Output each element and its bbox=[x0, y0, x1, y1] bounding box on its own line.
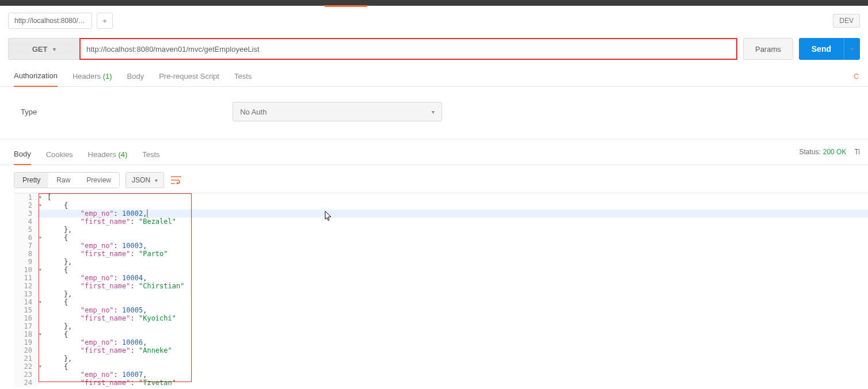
line-number: 4 bbox=[14, 218, 37, 226]
fold-toggle-icon[interactable]: ▾ bbox=[37, 201, 44, 209]
code-content: "emp_no": 10003, bbox=[44, 242, 868, 250]
line-number: 5 bbox=[14, 226, 37, 234]
code-content: "emp_no": 10005, bbox=[44, 306, 868, 314]
url-input[interactable] bbox=[79, 38, 737, 60]
tab-response-headers-label: Headers bbox=[88, 150, 116, 159]
code-content: { bbox=[44, 298, 868, 306]
code-content: "first_name": "Bezalel" bbox=[44, 218, 868, 226]
line-number: 17 bbox=[14, 322, 37, 330]
line-number: 2 bbox=[14, 201, 37, 209]
code-content: [ bbox=[44, 193, 868, 201]
fold-toggle-icon[interactable]: ▾ bbox=[37, 234, 44, 242]
auth-type-select[interactable]: No Auth ▾ bbox=[233, 102, 442, 121]
tab-response-tests[interactable]: Tests bbox=[142, 146, 159, 165]
response-code-area[interactable]: 1▾[2▾ {3 "emp_no": 10002,▏4 "first_name"… bbox=[14, 193, 868, 387]
tab-response-headers[interactable]: Headers (4) bbox=[88, 146, 128, 165]
fold-toggle-icon bbox=[37, 282, 44, 290]
tab-prerequest[interactable]: Pre-request Script bbox=[159, 67, 219, 86]
line-number: 21 bbox=[14, 354, 37, 363]
tab-response-cookies[interactable]: Cookies bbox=[46, 146, 73, 165]
code-line[interactable]: 21 }, bbox=[14, 354, 868, 363]
code-line[interactable]: 5 }, bbox=[14, 226, 868, 234]
send-button[interactable]: Send bbox=[799, 38, 844, 60]
time-label-clip: Ti bbox=[854, 148, 860, 156]
code-line[interactable]: 17 }, bbox=[14, 322, 868, 330]
line-number: 18 bbox=[14, 330, 37, 338]
line-number: 20 bbox=[14, 346, 37, 354]
status-label: Status: bbox=[799, 148, 820, 156]
tab-headers[interactable]: Headers (1) bbox=[73, 67, 112, 86]
fold-toggle-icon[interactable]: ▾ bbox=[37, 298, 44, 306]
code-line[interactable]: 8 "first_name": "Parto" bbox=[14, 250, 868, 258]
code-line[interactable]: 24 "first_name": "Tzvetan" bbox=[14, 379, 868, 387]
code-content: "emp_no": 10004, bbox=[44, 274, 868, 282]
code-content: "emp_no": 10002,▏ bbox=[44, 209, 868, 218]
code-content: "first_name": "Parto" bbox=[44, 250, 868, 258]
code-line[interactable]: 15 "emp_no": 10005, bbox=[14, 306, 868, 314]
fold-toggle-icon bbox=[37, 258, 44, 266]
fold-toggle-icon bbox=[37, 306, 44, 314]
code-content: { bbox=[44, 201, 868, 209]
http-method-select[interactable]: GET ▾ bbox=[9, 39, 80, 59]
open-request-tab[interactable]: http://localhost:8080/ma bbox=[8, 13, 92, 29]
view-preview[interactable]: Preview bbox=[78, 173, 119, 188]
code-line[interactable]: 12 "first_name": "Chirstian" bbox=[14, 282, 868, 290]
body-view-row: Pretty Raw Preview JSON ▾ bbox=[0, 165, 868, 193]
code-line[interactable]: 19 "emp_no": 10006, bbox=[14, 338, 868, 346]
send-group: Send ▾ bbox=[799, 38, 860, 60]
tab-authorization[interactable]: Authorization bbox=[14, 67, 58, 87]
params-button[interactable]: Params bbox=[743, 38, 793, 60]
view-raw[interactable]: Raw bbox=[48, 173, 78, 188]
code-line[interactable]: 13 }, bbox=[14, 290, 868, 298]
code-line[interactable]: 1▾[ bbox=[14, 193, 868, 201]
fold-toggle-icon bbox=[37, 290, 44, 298]
code-line[interactable]: 7 "emp_no": 10003, bbox=[14, 242, 868, 250]
code-line[interactable]: 14▾ { bbox=[14, 298, 868, 306]
code-line[interactable]: 16 "first_name": "Kyoichi" bbox=[14, 314, 868, 322]
add-request-tab[interactable]: + bbox=[97, 13, 113, 29]
line-number: 9 bbox=[14, 258, 37, 266]
fold-toggle-icon bbox=[37, 218, 44, 226]
fold-toggle-icon[interactable]: ▾ bbox=[37, 193, 44, 201]
line-number: 8 bbox=[14, 250, 37, 258]
view-pretty[interactable]: Pretty bbox=[14, 173, 48, 188]
fold-toggle-icon bbox=[37, 346, 44, 354]
code-line[interactable]: 2▾ { bbox=[14, 201, 868, 209]
code-line[interactable]: 22▾ { bbox=[14, 363, 868, 371]
code-line[interactable]: 10▾ { bbox=[14, 266, 868, 274]
view-mode-segment: Pretty Raw Preview bbox=[14, 172, 120, 188]
code-line[interactable]: 23 "emp_no": 10007, bbox=[14, 371, 868, 379]
headers-count: (1) bbox=[103, 72, 112, 81]
code-line[interactable]: 20 "first_name": "Anneke" bbox=[14, 346, 868, 354]
line-number: 11 bbox=[14, 274, 37, 282]
chevron-down-icon: ▾ bbox=[432, 109, 435, 115]
wrap-lines-icon[interactable] bbox=[170, 174, 182, 186]
tab-response-body[interactable]: Body bbox=[14, 145, 31, 165]
fold-toggle-icon[interactable]: ▾ bbox=[37, 363, 44, 371]
top-accent-bar bbox=[0, 0, 868, 6]
auth-selected-value: No Auth bbox=[240, 108, 267, 116]
tab-tests[interactable]: Tests bbox=[234, 67, 252, 86]
line-number: 6 bbox=[14, 234, 37, 242]
environment-selector[interactable]: DEV bbox=[833, 14, 860, 28]
fold-toggle-icon bbox=[37, 354, 44, 363]
right-clip-indicator: C bbox=[854, 73, 860, 81]
fold-toggle-icon bbox=[37, 274, 44, 282]
fold-toggle-icon[interactable]: ▾ bbox=[37, 266, 44, 274]
code-line[interactable]: 18▾ { bbox=[14, 330, 868, 338]
code-line[interactable]: 6▾ { bbox=[14, 234, 868, 242]
line-number: 3 bbox=[14, 209, 37, 218]
code-line[interactable]: 11 "emp_no": 10004, bbox=[14, 274, 868, 282]
auth-panel: Type No Auth ▾ bbox=[0, 87, 868, 139]
code-content: }, bbox=[44, 258, 868, 266]
format-select[interactable]: JSON ▾ bbox=[125, 172, 164, 188]
code-line[interactable]: 4 "first_name": "Bezalel" bbox=[14, 218, 868, 226]
code-content: "emp_no": 10006, bbox=[44, 338, 868, 346]
tab-body[interactable]: Body bbox=[127, 67, 144, 86]
code-line[interactable]: 9 }, bbox=[14, 258, 868, 266]
send-dropdown[interactable]: ▾ bbox=[844, 38, 860, 60]
fold-toggle-icon[interactable]: ▾ bbox=[37, 330, 44, 338]
code-line[interactable]: 3 "emp_no": 10002,▏ bbox=[14, 209, 868, 218]
code-content: { bbox=[44, 234, 868, 242]
code-content: { bbox=[44, 363, 868, 371]
